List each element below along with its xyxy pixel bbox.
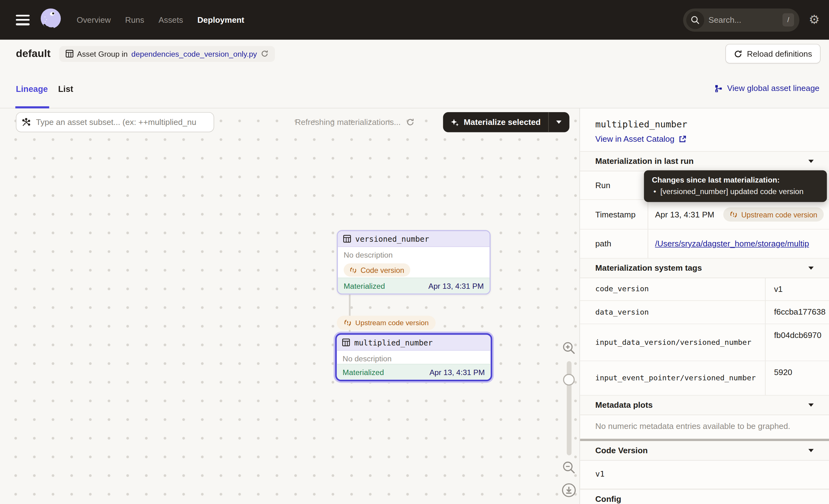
table-grid-icon [342,338,350,347]
materialized-status: Materialized [344,282,385,290]
tooltip-title: Changes since last materialization: [652,176,819,184]
chevron-down-icon [808,160,814,163]
asset-name: versioned_number [355,235,429,243]
asset-group-file-link[interactable]: dependencies_code_version_only.py [132,49,257,58]
section-config[interactable]: Config [580,489,829,504]
code-version-icon [350,266,357,274]
materialize-options-dropdown[interactable] [549,112,569,132]
reload-icon [734,49,742,58]
tag-value: 5920 [765,361,829,395]
hamburger-menu-icon[interactable] [16,15,30,25]
nav-items: Overview Runs Assets Deployment [77,15,244,25]
system-tag-row: data_version f6ccba177638 [580,301,829,324]
asset-name: multiplied_number [354,338,433,347]
zoom-slider[interactable] [567,361,571,456]
system-tag-row: input_event_pointer/versioned_number 592… [580,361,829,396]
chevron-down-icon [808,449,814,452]
tab-list[interactable]: List [58,85,73,95]
view-global-asset-lineage-link[interactable]: View global asset lineage [715,83,820,93]
path-row: path /Users/sryza/dagster_home/storage/m… [580,229,829,258]
timestamp-value: Apr 13, 4:31 PM [655,210,714,219]
asset-graph-filter-icon [22,118,31,127]
edge-upstream-code-version-badge: Upstream code version [337,316,435,330]
dagster-logo-icon[interactable] [38,7,63,32]
path-label: path [580,229,648,258]
path-value-link[interactable]: /Users/sryza/dagster_home/storage/multip [655,239,809,249]
tag-key: input_data_version/versioned_number [580,324,765,361]
section-metadata-plots[interactable]: Metadata plots [580,396,829,415]
external-link-icon [679,136,686,143]
asset-details-panel: multiplied_number View in Asset Catalog … [580,108,829,504]
table-grid-icon [65,50,73,58]
changes-tooltip: Changes since last materialization: [ver… [644,170,827,202]
active-tab-underline [15,106,49,108]
asset-subset-filter[interactable] [16,112,214,132]
tooltip-item: [versioned_number] updated code version [652,187,819,195]
timestamp-row: Timestamp Apr 13, 4:31 PM Upstream code … [580,200,829,229]
code-version-value: v1 [580,461,829,489]
tag-key: data_version [580,301,765,324]
view-in-asset-catalog-link[interactable]: View in Asset Catalog [596,134,829,144]
asset-graph-pane[interactable]: Refreshing materializations... Materiali… [0,108,580,504]
download-image-icon[interactable] [562,483,576,498]
materialize-selected-button[interactable]: Materialize selected [443,112,548,132]
asset-group-pill: Asset Group in dependencies_code_version… [59,46,275,62]
refreshing-status: Refreshing materializations... [295,112,414,132]
search-icon [686,11,705,29]
materialized-timestamp: Apr 13, 4:31 PM [429,282,484,290]
asset-description: No description [344,251,484,259]
search-placeholder: Search... [709,15,783,25]
run-label: Run [580,171,648,200]
code-version-icon [344,319,352,327]
upstream-code-version-chip: Upstream code version [723,207,823,221]
reload-definitions-button[interactable]: Reload definitions [725,44,821,64]
materialized-status: Materialized [343,368,384,376]
tab-lineage[interactable]: Lineage [16,85,48,95]
global-search-input[interactable]: Search... / [683,8,799,32]
materialize-selected-split-button: Materialize selected [443,112,569,132]
top-nav: Overview Runs Assets Deployment Search..… [0,0,829,40]
asset-node-versioned-number[interactable]: versioned_number No description Code ver… [337,230,491,294]
zoom-out-icon[interactable] [562,461,576,474]
asset-description: No description [343,354,485,363]
system-tag-row: code_version v1 [580,278,829,301]
lineage-icon [715,84,723,92]
tag-value: fb04dcb6970 [765,324,829,361]
metadata-plots-empty-message: No numeric metadata entries available to… [580,415,829,439]
nav-item-runs[interactable]: Runs [125,15,144,25]
zoom-in-icon[interactable] [562,341,576,355]
zoom-slider-handle[interactable] [563,374,574,385]
panel-title-block: multiplied_number View in Asset Catalog [580,108,829,152]
section-materialization-system-tags[interactable]: Materialization system tags [580,258,829,278]
materialized-timestamp: Apr 13, 4:31 PM [429,368,485,376]
tag-value: f6ccba177638 [765,301,829,324]
chevron-down-icon [808,403,814,406]
tag-value: v1 [765,278,829,300]
panel-asset-name: multiplied_number [596,119,829,130]
asset-group-prefix: Asset Group in [77,49,128,58]
asset-node-multiplied-number[interactable]: multiplied_number No description Materia… [335,333,492,381]
settings-gear-icon[interactable]: ⚙ [804,9,825,31]
nav-item-deployment[interactable]: Deployment [197,15,245,25]
graph-zoom-controls [558,341,580,498]
system-tag-row: input_data_version/versioned_number fb04… [580,324,829,361]
asset-subset-input[interactable] [35,117,208,128]
section-code-version[interactable]: Code Version [580,441,829,461]
tag-key: input_event_pointer/versioned_number [580,361,765,395]
timestamp-label: Timestamp [580,200,648,229]
page-title: default [16,48,50,60]
tag-key: code_version [580,278,765,300]
section-materialization-last-run[interactable]: Materialization in last run [580,152,829,171]
table-grid-icon [343,235,351,243]
chevron-down-icon [808,267,814,270]
nav-item-assets[interactable]: Assets [158,15,183,25]
page-header: default Asset Group in dependencies_code… [0,40,829,68]
code-version-icon [730,211,737,218]
nav-item-overview[interactable]: Overview [77,15,111,25]
view-tabs-row: Lineage List View global asset lineage [0,68,829,108]
section-divider [580,439,829,441]
code-version-chip: Code version [344,263,410,276]
refresh-icon[interactable] [261,50,268,58]
search-shortcut-badge: / [783,13,794,26]
refresh-icon[interactable] [406,118,414,127]
